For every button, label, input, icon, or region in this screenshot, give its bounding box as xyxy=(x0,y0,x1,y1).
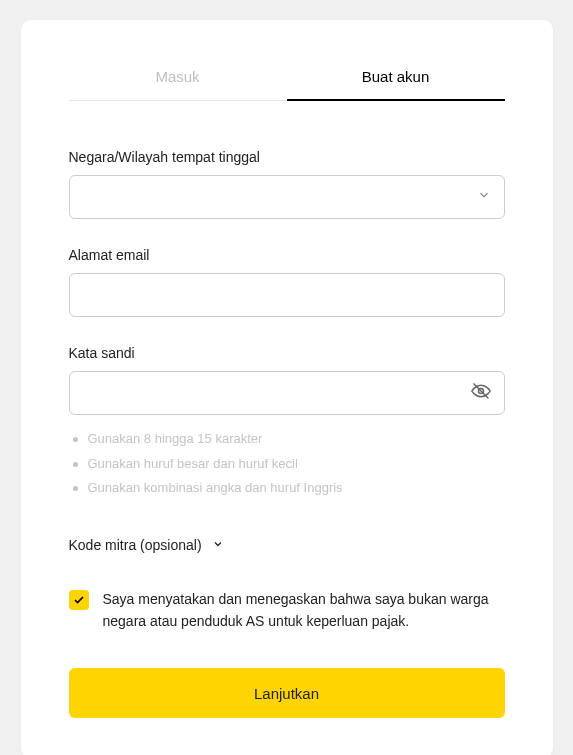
email-label: Alamat email xyxy=(69,247,505,263)
password-hint: Gunakan huruf besar dan huruf kecil xyxy=(73,452,505,477)
declaration-text: Saya menyatakan dan menegaskan bahwa say… xyxy=(103,589,505,632)
password-hint: Gunakan kombinasi angka dan huruf Inggri… xyxy=(73,476,505,501)
field-email: Alamat email xyxy=(69,247,505,317)
continue-button[interactable]: Lanjutkan xyxy=(69,668,505,718)
declaration-row: Saya menyatakan dan menegaskan bahwa say… xyxy=(69,589,505,632)
field-password: Kata sandi Gunakan 8 hingga 15 karakter … xyxy=(69,345,505,501)
password-hints: Gunakan 8 hingga 15 karakter Gunakan hur… xyxy=(69,427,505,501)
declaration-checkbox[interactable] xyxy=(69,590,89,610)
tab-login[interactable]: Masuk xyxy=(69,68,287,101)
password-input[interactable] xyxy=(69,371,505,415)
email-input[interactable] xyxy=(69,273,505,317)
password-label: Kata sandi xyxy=(69,345,505,361)
signup-card: Masuk Buat akun Negara/Wilayah tempat ti… xyxy=(21,20,553,755)
check-icon xyxy=(73,594,85,606)
country-label: Negara/Wilayah tempat tinggal xyxy=(69,149,505,165)
country-select[interactable] xyxy=(69,175,505,219)
chevron-down-icon xyxy=(212,537,224,553)
password-hint: Gunakan 8 hingga 15 karakter xyxy=(73,427,505,452)
tab-signup[interactable]: Buat akun xyxy=(287,68,505,101)
toggle-password-visibility-icon[interactable] xyxy=(471,381,491,405)
partner-code-toggle[interactable]: Kode mitra (opsional) xyxy=(69,537,505,553)
auth-tabs: Masuk Buat akun xyxy=(69,68,505,101)
field-country: Negara/Wilayah tempat tinggal xyxy=(69,149,505,219)
partner-code-label: Kode mitra (opsional) xyxy=(69,537,202,553)
